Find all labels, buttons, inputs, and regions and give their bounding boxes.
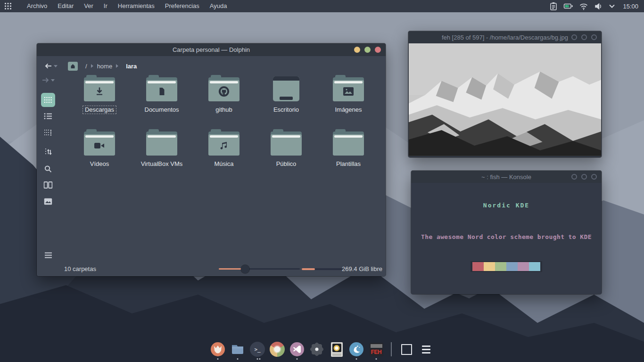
folder-documentos[interactable]: Documentos (131, 75, 193, 114)
palette-swatch-purple (518, 262, 529, 271)
dock-separator (391, 342, 392, 356)
breadcrumb-separator-icon (116, 64, 118, 68)
menu-ver[interactable]: Ver (79, 0, 99, 12)
chevron-down-icon[interactable] (609, 4, 615, 8)
breadcrumb: / home lara (85, 63, 137, 70)
close-button[interactable] (591, 174, 597, 180)
dock-settings[interactable] (309, 341, 325, 357)
breadcrumb-home[interactable]: home (97, 63, 113, 70)
app-launcher-icon[interactable] (5, 3, 11, 9)
dock-media-player[interactable] (329, 341, 345, 357)
folder-label: VirtualBox VMs (139, 160, 185, 168)
folder-label: Imágenes (332, 106, 364, 114)
menu-ayuda[interactable]: Ayuda (205, 0, 232, 12)
menu-archivo[interactable]: Archivo (22, 0, 52, 12)
folder-label: Público (274, 160, 299, 168)
search-icon[interactable] (44, 165, 52, 173)
dock-firefox[interactable] (210, 341, 226, 357)
terminal-heading: Nordic KDE (411, 202, 602, 209)
folder-plantillas[interactable]: Plantillas (317, 129, 380, 168)
moon-app-icon (349, 342, 364, 357)
dock-show-desktop[interactable] (398, 341, 414, 357)
nord-color-palette (471, 261, 542, 272)
menu-ir[interactable]: Ir (99, 0, 113, 12)
dolphin-titlebar[interactable]: Carpeta personal — Dolphin (37, 43, 386, 56)
hamburger-menu-icon (422, 346, 430, 354)
vscode-icon (289, 342, 305, 357)
folder-icon (230, 342, 245, 357)
github-emblem-icon (218, 85, 230, 98)
konsole-titlebar[interactable]: ~ : fish — Konsole (411, 171, 602, 183)
sort-icon[interactable] (44, 148, 52, 156)
folder-descargas[interactable]: Descargas (68, 75, 131, 114)
clipboard-icon[interactable] (549, 2, 558, 11)
control-menu-icon[interactable] (44, 252, 52, 258)
maximize-button[interactable] (364, 47, 371, 53)
folder-escritorio[interactable]: Escritorio (255, 75, 317, 114)
dock-night-app[interactable] (348, 341, 364, 357)
terminal-subtitle: The awesome Nord color scheme brought to… (411, 233, 602, 240)
menu-editar[interactable]: Editar (52, 0, 79, 12)
clock: 15:00 (623, 3, 638, 10)
free-space-bar (302, 268, 342, 270)
dock-vscode[interactable] (289, 341, 305, 357)
zoom-slider-knob[interactable] (241, 265, 249, 273)
terminal-icon: >_ (250, 342, 265, 357)
palette-swatch-cyan (529, 262, 540, 271)
close-button[interactable] (591, 34, 597, 40)
battery-icon[interactable] (563, 2, 573, 10)
desktop-icon (271, 75, 302, 101)
dock-menu[interactable] (418, 341, 434, 357)
folder-label: Documentos (142, 106, 182, 114)
gear-icon (310, 342, 324, 356)
firefox-icon (210, 342, 225, 357)
breadcrumb-current[interactable]: lara (126, 63, 137, 70)
minimize-button[interactable] (571, 174, 577, 180)
close-button[interactable] (375, 47, 381, 53)
details-view-icon[interactable] (44, 113, 52, 120)
folder-videos[interactable]: Vídeos (68, 129, 131, 168)
forward-button[interactable] (41, 77, 55, 83)
folder-github[interactable]: github (193, 75, 255, 114)
dock-feh[interactable]: FEH (368, 341, 384, 357)
folder-publico[interactable]: Público (255, 129, 317, 168)
global-menubar: Archivo Editar Ver Ir Herramientas Prefe… (0, 0, 644, 12)
folder-label: Plantillas (334, 160, 363, 168)
icons-view-button[interactable] (41, 93, 55, 107)
preview-icon[interactable] (44, 198, 52, 205)
volume-icon[interactable] (594, 2, 603, 10)
palette-swatch-yellow (484, 262, 495, 271)
menu-herramientas[interactable]: Herramientas (113, 0, 160, 12)
feh-icon: FEH (370, 343, 383, 356)
folder-virtualbox-vms[interactable]: VirtualBox VMs (131, 129, 193, 168)
feh-image-mountains (409, 43, 601, 156)
split-view-icon[interactable] (44, 181, 53, 189)
feh-titlebar[interactable]: feh [285 of 597] - /home/lara/Descargas/… (408, 31, 602, 43)
maximize-button[interactable] (581, 174, 587, 180)
breadcrumb-root[interactable]: / (85, 63, 87, 70)
compact-view-icon[interactable] (44, 129, 52, 136)
folder-imagenes[interactable]: Imágenes (317, 75, 380, 114)
dock-terminal[interactable]: >_ (249, 341, 265, 357)
folder-label: Descargas (83, 106, 116, 114)
music-emblem-icon (219, 140, 229, 151)
home-folder-icon[interactable] (68, 62, 78, 71)
terminal-output[interactable]: Nordic KDE The awesome Nord color scheme… (411, 183, 602, 294)
maximize-button[interactable] (581, 34, 587, 40)
download-emblem-icon (94, 86, 105, 97)
icons-view-icon (41, 93, 55, 107)
minimize-button[interactable] (354, 47, 360, 53)
wifi-icon[interactable] (579, 2, 588, 10)
dock: >_ FEH (210, 341, 434, 357)
dock-chromium[interactable] (269, 341, 285, 357)
dock-file-manager[interactable] (230, 341, 246, 357)
show-desktop-icon (401, 344, 412, 355)
folder-musica[interactable]: Música (193, 129, 255, 168)
document-emblem-icon (157, 86, 167, 97)
zoom-slider[interactable] (219, 268, 300, 270)
palette-swatch-red (472, 262, 484, 271)
forward-history-caret-icon[interactable] (51, 79, 55, 82)
dolphin-title: Carpeta personal — Dolphin (173, 46, 250, 53)
minimize-button[interactable] (571, 34, 577, 40)
menu-preferencias[interactable]: Preferencias (160, 0, 205, 12)
